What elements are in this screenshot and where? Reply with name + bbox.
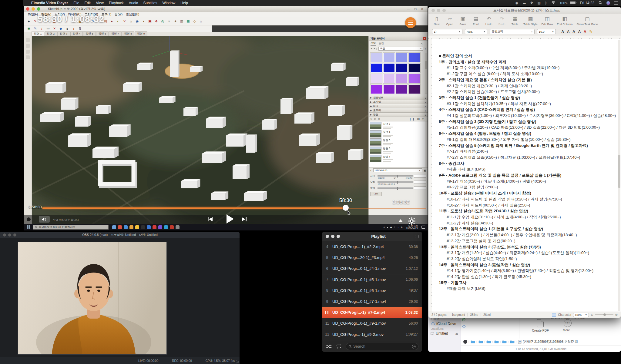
scene-tab[interactable]: 장면 6 (96, 31, 109, 36)
tray-section-bar[interactable]: ▶ 컴포넌트 ▴ (369, 96, 428, 100)
color-swatch[interactable] (409, 74, 420, 83)
close-button[interactable] (3, 233, 6, 237)
close-button[interactable] (326, 235, 329, 238)
format-button[interactable]: A (567, 29, 569, 34)
zoom-slider[interactable] (595, 314, 613, 315)
horizontal-ruler[interactable] (428, 35, 621, 39)
scene-tab[interactable]: 장면 5 (83, 31, 96, 36)
obs-preview-canvas[interactable] (18, 242, 167, 355)
insert-mode-icon[interactable] (552, 313, 556, 317)
color-swatch[interactable] (383, 53, 395, 62)
path-folder[interactable]: › (478, 340, 485, 343)
obs-icon[interactable]: ◉ (515, 1, 519, 5)
scrollbar-thumb[interactable] (618, 155, 620, 188)
sketchup-tool-icon[interactable]: ❖ (153, 18, 159, 24)
shadow-toggle-icon[interactable]: ◐ (370, 169, 372, 172)
hwp-toolbar-button[interactable]: ↶ Undo (484, 16, 493, 26)
sketchup-menu-item[interactable]: 창(W) (115, 12, 123, 17)
sketchup-tool-icon[interactable]: ✕ (52, 26, 57, 31)
swatch-scrollbar[interactable] (425, 53, 427, 94)
playlist-row[interactable]: 4 UD_CG-Progr...-1)_#2-2.mp4 30:36 (322, 241, 422, 252)
path-folder[interactable]: › (494, 340, 501, 343)
repeat-icon[interactable] (336, 344, 341, 349)
taskbar-app-icon[interactable] (170, 225, 174, 229)
zoom-select[interactable]: 100%▼ (573, 313, 589, 317)
sketchup-tool-icon[interactable]: ✦ (173, 18, 178, 24)
next-button[interactable] (241, 216, 247, 222)
battery-indicator[interactable]: 100% (560, 1, 576, 5)
sketchup-tool-icon[interactable]: ✕ (122, 18, 127, 24)
hwp-toolbar-button[interactable]: ▣ Save (458, 16, 467, 26)
minimize-button[interactable] (8, 233, 11, 237)
scene-tab[interactable]: 장면 3 (57, 31, 70, 36)
color-swatch[interactable] (409, 63, 420, 73)
sketchup-tool-icon[interactable]: ◆ (58, 26, 64, 31)
rep-style-select[interactable]: Rep.▼ (465, 29, 487, 34)
taskbar-app-icon[interactable] (164, 225, 168, 229)
time-slider[interactable]: 08:26 AM 정오 07:19 PM (378, 175, 413, 177)
playlist-row[interactable]: 12 UD_CG-Progr...-1)_#9-2.mov 1:09:27 (322, 329, 422, 340)
hwp-toolbar-button[interactable]: ◧ Edit Column (557, 16, 573, 26)
seek-handle[interactable] (343, 205, 349, 211)
sketchup-tool-icon[interactable]: ◐ (115, 18, 121, 24)
taskbar-app-icon[interactable] (129, 225, 133, 229)
playlist-row[interactable]: 6 UD_CG-Progr...0-1)_#4-1.mov 1:07:12 (322, 263, 422, 274)
sketchup-tool-icon[interactable]: ⌂ (198, 18, 204, 24)
color-swatch[interactable] (371, 63, 382, 73)
font-size-select[interactable]: 10.0▼ (537, 29, 556, 34)
scene-tab[interactable]: 장면 4 (70, 31, 83, 36)
panel-expand-arrow[interactable] (398, 219, 403, 222)
create-pdf-button[interactable]: Create PDF (528, 319, 552, 332)
path-folder[interactable]: › (510, 340, 517, 343)
sketchup-tool-icon[interactable]: ▥ (179, 18, 185, 24)
sketchup-tool-icon[interactable]: ◎ (160, 18, 166, 24)
sketchup-menu-item[interactable]: 파일(F) (28, 12, 38, 17)
sketchup-tool-icon[interactable]: ▾ (166, 18, 172, 24)
date-value-box[interactable] (414, 180, 426, 184)
menu-item[interactable]: Audio (129, 1, 138, 5)
materials-category-select[interactable]: 색상 ▼ (378, 47, 423, 51)
windows-start-icon[interactable] (27, 225, 30, 229)
tray-section-bar[interactable]: ▶ 장면 ▴ (369, 113, 428, 117)
player-menu-button[interactable] (405, 17, 416, 28)
bright-value-box[interactable] (414, 186, 426, 190)
playlist-row[interactable]: 5 UD_CG-Progr...20-1)_#3.mp4 40:26 (322, 252, 422, 263)
color-swatch[interactable] (383, 84, 395, 94)
close-button[interactable] (26, 7, 29, 11)
bluetooth-icon[interactable]: ᛒ (545, 1, 547, 5)
scene-list-item[interactable]: 장면 7 (370, 155, 426, 162)
taskbar-app-icon[interactable] (158, 225, 162, 229)
menu-item[interactable]: Subtitles (143, 1, 157, 5)
minimize-button[interactable] (437, 9, 440, 12)
path-folder[interactable]: › (486, 340, 493, 343)
bookmark-icon[interactable]: ❖ (530, 1, 533, 5)
shuffle-icon[interactable] (326, 344, 332, 349)
playlist-mode-icon[interactable] (415, 235, 418, 238)
menu-item[interactable]: View (96, 1, 104, 5)
tray-section-bar[interactable]: ▶ 태그 ▴ (369, 104, 428, 108)
playlist-row[interactable]: UD_CG-Progr...-1)_#7-2.mp4 1:08:32 (322, 307, 422, 318)
minimize-button[interactable] (331, 235, 334, 238)
scene-view-options[interactable]: ❙❙ ▤ ▾ (409, 117, 425, 121)
scene-tab[interactable]: 장면 8 (122, 31, 135, 36)
tray-section-bar[interactable]: ▶ 도우미 ▴ (369, 108, 428, 113)
color-swatch[interactable] (396, 53, 408, 62)
scene-list-item[interactable]: 장면 6 (370, 147, 426, 154)
color-swatch[interactable] (396, 74, 408, 83)
taskbar-app-icon[interactable] (141, 225, 145, 229)
path-file-label[interactable]: [권형준-21925998]21925998 권형준 최 (523, 340, 578, 344)
unit-button[interactable]: 단위 (370, 192, 382, 196)
refresh-icon[interactable]: ↻ (370, 117, 373, 121)
format-button[interactable]: A (578, 29, 581, 34)
color-swatch[interactable] (371, 53, 382, 62)
zoom-in-icon[interactable]: ⊕ (615, 313, 618, 316)
sketchup-tool-icon[interactable]: ▦ (185, 18, 191, 24)
filter-chevron-icon[interactable] (412, 345, 416, 349)
document-page[interactable]: ■ 온라인 강의 순서 1주 - 강의소개 / 실습 및 재택수업 과제 #1-… (432, 39, 617, 312)
tray-status-icon[interactable]: ↑ (394, 226, 395, 229)
tab-edit[interactable]: 편집 (379, 42, 384, 46)
hwp-toolbar-button[interactable]: ▤ Print (471, 16, 480, 26)
sketchup-tool-icon[interactable]: ▣ (147, 18, 153, 24)
color-swatch[interactable] (383, 74, 395, 83)
control-center-icon[interactable] (614, 2, 618, 5)
